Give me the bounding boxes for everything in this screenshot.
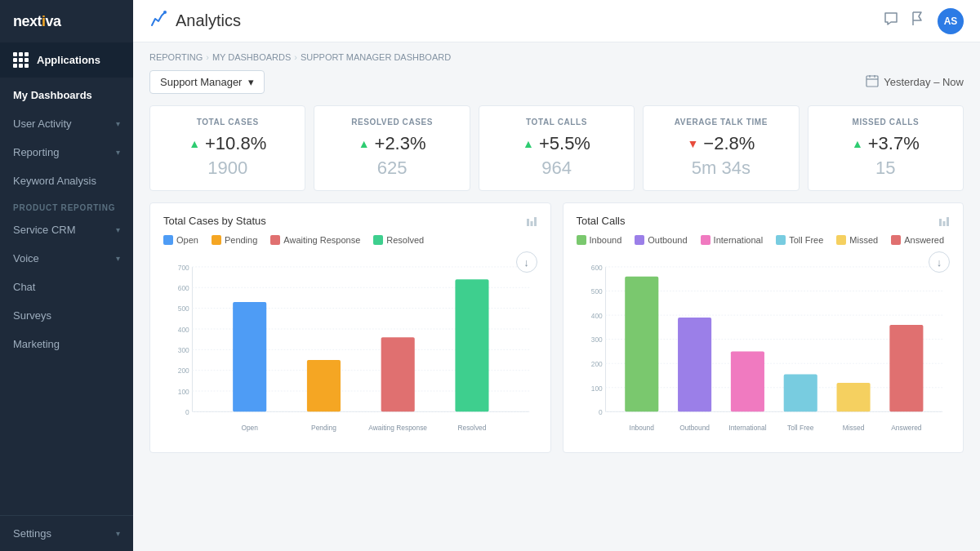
top-bar: Analytics AS xyxy=(133,0,980,42)
svg-rect-30 xyxy=(381,337,415,411)
svg-text:Toll Free: Toll Free xyxy=(787,424,814,432)
sidebar-item-keyword-analysis[interactable]: Keyword Analysis xyxy=(0,167,133,195)
legend-item: Toll Free xyxy=(776,235,823,245)
svg-text:500: 500 xyxy=(178,304,189,313)
legend-color xyxy=(891,235,901,245)
settings-nav-item[interactable]: Settings ▾ xyxy=(13,524,120,543)
chart-icons xyxy=(526,216,537,227)
sidebar-item-reporting[interactable]: Reporting ▾ xyxy=(0,138,133,167)
sidebar-nav: My Dashboards User Activity ▾ Reporting … xyxy=(0,78,133,515)
kpi-card-total-cases: TOTAL CASES ▲ +10.8% 1900 xyxy=(149,105,305,191)
chat-icon[interactable] xyxy=(884,11,898,30)
logo-dot: i xyxy=(42,13,46,29)
svg-text:400: 400 xyxy=(590,312,602,320)
chevron-down-icon: ▾ xyxy=(248,76,254,88)
svg-text:300: 300 xyxy=(178,346,189,354)
svg-text:Pending: Pending xyxy=(311,424,336,432)
top-bar-left: Analytics xyxy=(149,10,241,32)
flag-icon[interactable] xyxy=(911,11,924,30)
calls-legend: InboundOutboundInternationalToll FreeMis… xyxy=(577,235,951,245)
svg-rect-34 xyxy=(939,219,942,226)
charts-row: Total Cases by Status OpenPendingAwaitin… xyxy=(149,202,964,453)
legend-color xyxy=(836,235,846,245)
svg-rect-1 xyxy=(866,76,878,87)
svg-rect-36 xyxy=(947,217,949,226)
toolbar: Support Manager ▾ Yesterday – Now xyxy=(149,70,964,94)
kpi-label: RESOLVED CASES xyxy=(351,118,433,127)
page-title: Analytics xyxy=(176,11,241,30)
legend-item: Inbound xyxy=(577,235,622,245)
download-button[interactable]: ↓ xyxy=(929,251,950,273)
svg-rect-61 xyxy=(836,383,870,411)
legend-item: Resolved xyxy=(373,235,424,245)
legend-item: Open xyxy=(163,235,198,245)
legend-item: Pending xyxy=(212,235,257,245)
chevron-icon: ▾ xyxy=(116,529,120,538)
sidebar-logo: nextiva xyxy=(0,0,133,42)
legend-color xyxy=(373,235,383,245)
up-arrow-icon: ▲ xyxy=(359,137,370,150)
kpi-change: ▲ +2.3% xyxy=(359,133,426,154)
svg-text:Open: Open xyxy=(241,424,258,432)
kpi-label: TOTAL CASES xyxy=(197,118,259,127)
svg-text:200: 200 xyxy=(178,367,189,375)
select-label: Support Manager xyxy=(160,76,242,88)
legend-item: Outbound xyxy=(635,235,687,245)
svg-text:600: 600 xyxy=(590,264,602,272)
chevron-icon: ▾ xyxy=(116,225,120,234)
calendar-icon xyxy=(866,74,879,90)
svg-text:500: 500 xyxy=(590,287,602,295)
svg-text:200: 200 xyxy=(590,360,602,368)
sidebar-item-my-dashboards[interactable]: My Dashboards xyxy=(0,81,133,109)
dashboard-select[interactable]: Support Manager ▾ xyxy=(149,70,265,94)
date-range-label: Yesterday – Now xyxy=(884,76,964,88)
svg-text:0: 0 xyxy=(599,408,603,416)
legend-color xyxy=(270,235,280,245)
bar-chart-icon xyxy=(938,216,950,227)
svg-text:Awaiting Response: Awaiting Response xyxy=(368,424,427,432)
kpi-change: ▲ +5.5% xyxy=(523,133,590,154)
apps-menu-button[interactable]: Applications xyxy=(0,42,133,78)
svg-text:700: 700 xyxy=(178,264,189,272)
legend-item: International xyxy=(701,235,764,245)
sidebar-item-surveys[interactable]: Surveys xyxy=(0,301,133,330)
sidebar-item-service-crm[interactable]: Service CRM ▾ xyxy=(0,216,133,244)
kpi-card-total-calls: TOTAL CALLS ▲ +5.5% 964 xyxy=(479,105,635,191)
date-range[interactable]: Yesterday – Now xyxy=(866,74,964,90)
svg-text:100: 100 xyxy=(178,388,189,396)
sidebar-item-chat[interactable]: Chat xyxy=(0,273,133,301)
user-avatar[interactable]: AS xyxy=(938,8,964,34)
up-arrow-icon: ▲ xyxy=(189,137,200,150)
section-product-reporting: PRODUCT REPORTING xyxy=(0,195,133,216)
down-arrow-icon: ▼ xyxy=(687,137,698,150)
analytics-icon xyxy=(149,10,167,32)
legend-color xyxy=(212,235,221,245)
download-button[interactable]: ↓ xyxy=(516,251,537,273)
chevron-icon: ▾ xyxy=(116,254,120,263)
legend-item: Missed xyxy=(836,235,878,245)
sidebar-item-voice[interactable]: Voice ▾ xyxy=(0,244,133,273)
sidebar-footer: Settings ▾ xyxy=(0,515,133,551)
svg-text:International: International xyxy=(728,424,766,432)
legend-color xyxy=(776,235,786,245)
svg-rect-63 xyxy=(889,325,923,411)
kpi-card-missed-calls: MISSED CALLS ▲ +3.7% 15 xyxy=(808,105,964,191)
svg-rect-57 xyxy=(730,351,764,411)
kpi-change: ▼ −2.8% xyxy=(687,133,755,154)
svg-text:Missed: Missed xyxy=(842,424,864,432)
content-area: REPORTING › MY DASHBOARDS › SUPPORT MANA… xyxy=(133,42,980,551)
svg-text:100: 100 xyxy=(590,384,602,393)
svg-text:600: 600 xyxy=(178,284,189,292)
sidebar-item-marketing[interactable]: Marketing xyxy=(0,330,133,358)
bar-chart-icon xyxy=(526,216,537,227)
cases-bar-chart: 0100200300400500600700OpenPendingAwaitin… xyxy=(163,253,537,441)
chart-header: Total Cases by Status xyxy=(163,215,537,227)
svg-rect-5 xyxy=(527,219,529,226)
kpi-label: AVERAGE TALK TIME xyxy=(675,118,768,127)
svg-rect-55 xyxy=(678,318,711,411)
legend-color xyxy=(635,235,644,245)
sidebar-item-user-activity[interactable]: User Activity ▾ xyxy=(0,109,133,138)
svg-point-0 xyxy=(163,11,167,14)
kpi-change: ▲ +3.7% xyxy=(852,133,920,154)
kpi-value: 5m 34s xyxy=(692,158,751,179)
